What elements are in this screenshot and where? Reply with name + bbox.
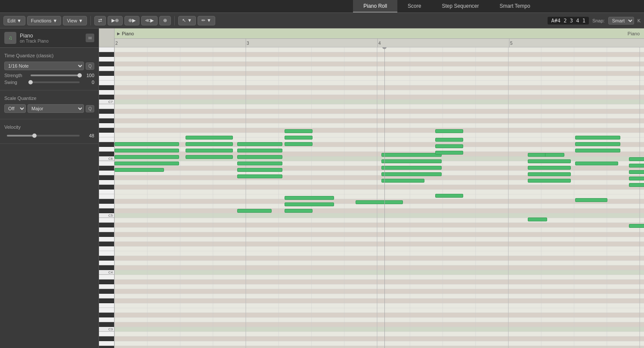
piano-key-D#6[interactable] [99, 142, 114, 147]
piano-key-C#3[interactable] [99, 322, 114, 327]
note-39[interactable] [545, 153, 564, 157]
piano-key-D7[interactable] [99, 90, 114, 95]
note-42[interactable] [575, 149, 620, 152]
piano-key-F6[interactable] [99, 133, 114, 137]
note-19[interactable] [285, 196, 334, 200]
tab-step-sequencer[interactable]: Step Sequencer [431, 0, 489, 12]
piano-key-C6[interactable]: C6 [99, 156, 114, 161]
piano-key-A#3[interactable] [99, 280, 114, 284]
piano-key-E5[interactable] [99, 194, 114, 199]
piano-key-C3[interactable]: C3 [99, 327, 114, 332]
piano-key-G5[interactable] [99, 180, 114, 185]
piano-key-A#4[interactable] [99, 223, 114, 227]
velocity-slider-thumb[interactable] [32, 134, 37, 138]
tool-btn-4[interactable]: ≪▶ [141, 16, 158, 25]
note-31[interactable] [435, 151, 463, 155]
piano-key-A6[interactable] [99, 114, 114, 118]
note-21[interactable] [285, 209, 313, 213]
piano-key-F3[interactable] [99, 303, 114, 308]
piano-key-C#6[interactable] [99, 152, 114, 156]
piano-key-G7[interactable] [99, 66, 114, 71]
piano-key-F#6[interactable] [99, 128, 114, 133]
note-27[interactable] [381, 179, 424, 183]
strength-slider-track[interactable] [31, 75, 80, 76]
piano-key-G#2[interactable] [99, 346, 114, 348]
piano-key-G3[interactable] [99, 294, 114, 298]
velocity-slider-track[interactable] [7, 135, 80, 137]
note-13[interactable] [237, 168, 282, 172]
piano-key-G#6[interactable] [99, 118, 114, 123]
note-4[interactable] [115, 168, 164, 172]
note-23[interactable] [381, 153, 442, 157]
piano-key-C4[interactable]: C4 [99, 270, 114, 275]
note-36[interactable] [528, 172, 571, 176]
piano-key-C#5[interactable] [99, 208, 114, 213]
piano-key-A#5[interactable] [99, 166, 114, 171]
note-11[interactable] [237, 155, 282, 159]
piano-key-F4[interactable] [99, 246, 114, 251]
note-3[interactable] [115, 162, 179, 165]
piano-key-B2[interactable] [99, 332, 114, 336]
note-44[interactable] [575, 198, 607, 202]
pencil-btn[interactable]: ✏ ▼ [198, 16, 215, 25]
note-0[interactable] [115, 142, 179, 146]
tab-score[interactable]: Score [397, 0, 431, 12]
note-14[interactable] [237, 174, 282, 178]
piano-key-A2[interactable] [99, 341, 114, 346]
note-20[interactable] [285, 202, 334, 206]
note-24[interactable] [381, 159, 442, 163]
piano-key-A#6[interactable] [99, 109, 114, 114]
view-button[interactable]: View ▼ [63, 16, 87, 25]
note-33[interactable] [528, 153, 547, 157]
piano-key-B7[interactable] [99, 47, 114, 52]
instrument-mail-icon[interactable]: ✉ [86, 34, 94, 42]
note-7[interactable] [186, 149, 233, 152]
piano-key-G6[interactable] [99, 123, 114, 128]
note-35[interactable] [528, 166, 571, 170]
note-9[interactable] [237, 142, 282, 146]
swing-slider-track[interactable] [31, 81, 80, 83]
note-29[interactable] [435, 138, 463, 142]
note-22[interactable] [356, 200, 403, 204]
piano-key-F7[interactable] [99, 76, 114, 81]
piano-key-B5[interactable] [99, 161, 114, 166]
strength-slider-thumb[interactable] [77, 73, 82, 78]
note-10[interactable] [237, 149, 282, 152]
piano-key-C7[interactable]: C7 [99, 99, 114, 104]
piano-key-F5[interactable] [99, 190, 114, 194]
note-45[interactable] [629, 157, 644, 161]
piano-key-B6[interactable] [99, 104, 114, 109]
piano-key-D#5[interactable] [99, 199, 114, 204]
scale-type-select[interactable]: Major Minor Dorian [28, 104, 84, 113]
piano-key-D3[interactable] [99, 317, 114, 322]
piano-key-E7[interactable] [99, 81, 114, 85]
piano-key-D5[interactable] [99, 204, 114, 208]
piano-key-D6[interactable] [99, 147, 114, 152]
note-8[interactable] [186, 155, 233, 159]
note-30[interactable] [435, 144, 463, 148]
piano-key-C5[interactable]: C5 [99, 213, 114, 218]
piano-key-C#7[interactable] [99, 95, 114, 99]
tab-smart-tempo[interactable]: Smart Tempo [489, 0, 540, 12]
note-18[interactable] [285, 142, 313, 146]
note-41[interactable] [575, 142, 620, 146]
note-37[interactable] [528, 179, 571, 183]
note-48[interactable] [629, 177, 644, 180]
piano-key-G#5[interactable] [99, 175, 114, 180]
scale-quantize-q-btn[interactable]: Q [86, 105, 94, 112]
piano-key-G#4[interactable] [99, 232, 114, 237]
note-15[interactable] [237, 209, 272, 213]
piano-key-D#4[interactable] [99, 256, 114, 261]
piano-key-F#4[interactable] [99, 242, 114, 246]
note-34[interactable] [528, 159, 571, 163]
time-quantize-select[interactable]: 1/16 Note 1/8 Note 1/4 Note [4, 62, 84, 70]
piano-key-B4[interactable] [99, 218, 114, 223]
piano-key-C#4[interactable] [99, 265, 114, 270]
piano-key-F#3[interactable] [99, 298, 114, 303]
note-1[interactable] [115, 149, 179, 152]
note-38[interactable] [528, 218, 547, 221]
grid-canvas[interactable] [115, 47, 644, 348]
note-12[interactable] [237, 162, 282, 165]
piano-key-G#7[interactable] [99, 62, 114, 66]
tool-btn-5[interactable]: ⊕ [159, 16, 171, 25]
